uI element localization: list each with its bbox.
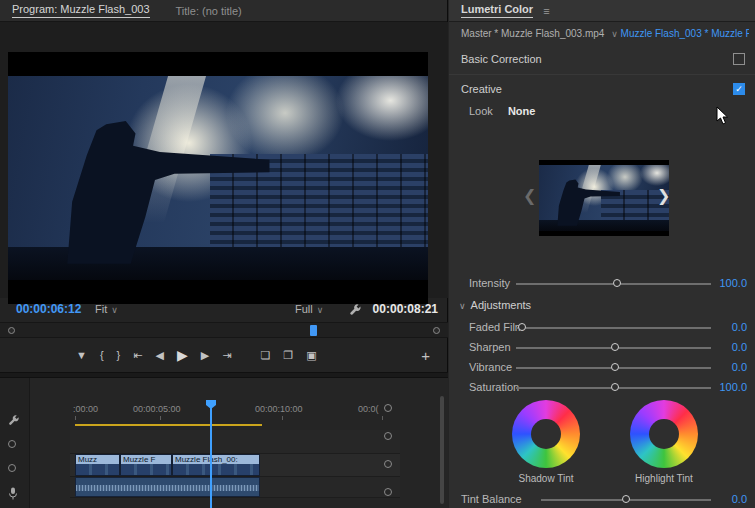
go-to-out-button[interactable]: ⇥ (222, 350, 231, 361)
program-monitor-panel: Program: Muzzle Flash_003 Title: (no tit… (0, 0, 448, 508)
adjustments-section-header[interactable]: ∨Adjustments (459, 299, 531, 311)
basic-correction-label: Basic Correction (461, 53, 542, 65)
extract-button[interactable]: ❐ (283, 350, 293, 361)
step-back-button[interactable]: ◀ (155, 350, 163, 361)
monitor-settings-wrench-icon[interactable] (349, 302, 363, 316)
next-look-arrow-icon[interactable]: ❯ (657, 186, 670, 205)
ruler-tick (282, 416, 283, 420)
tint-balance-slider[interactable] (541, 499, 711, 501)
track-output-toggle[interactable] (8, 440, 16, 448)
zoom-handle-left[interactable] (8, 327, 15, 334)
resolution-dropdown[interactable]: Full∨ (295, 303, 323, 315)
vibrance-value[interactable]: 0.0 (705, 361, 747, 373)
clip-link[interactable]: Muzzle Flash_003 (621, 28, 702, 39)
step-forward-button[interactable]: ▶ (201, 350, 209, 361)
chevron-down-icon[interactable]: ∨ (611, 29, 618, 39)
shadow-tint-label: Shadow Tint (486, 473, 606, 484)
clip-thumbnails (173, 464, 259, 475)
intensity-slider[interactable] (516, 283, 711, 285)
add-marker-button[interactable]: ▼ (76, 350, 87, 361)
mark-in-button[interactable]: { (100, 350, 104, 361)
timeline-vertical-scrollbar[interactable] (440, 396, 444, 504)
creative-checkbox[interactable]: ✓ (733, 83, 745, 95)
panel-menu-icon[interactable]: ≡ (543, 5, 549, 17)
program-video-frame[interactable] (8, 52, 428, 304)
highlight-tint-wheel[interactable] (630, 400, 698, 468)
ruler-tick (75, 416, 76, 420)
saturation-slider[interactable] (516, 387, 711, 389)
timeline-clip[interactable]: Muzzle Flash_00: (172, 454, 260, 476)
timeline-settings-wrench-icon[interactable] (8, 412, 20, 430)
monitor-background (0, 22, 448, 298)
shadow-tint-wheel[interactable] (512, 400, 580, 468)
track-knob[interactable] (384, 404, 392, 412)
sharpen-slider[interactable] (516, 347, 711, 349)
track-lock-toggle[interactable] (8, 464, 16, 472)
timeline-panel: :00:00 00:00:05:00 00:00:10:00 00:0( Muz… (0, 378, 448, 508)
lumetri-color-panel: Lumetri Color ≡ Master * Muzzle Flash_00… (449, 0, 755, 508)
master-clip-label[interactable]: Master * Muzzle Flash_003.mp4 (461, 28, 604, 39)
work-area-bar[interactable] (75, 424, 262, 426)
monitor-scrub-bar[interactable] (0, 322, 448, 338)
creative-section[interactable]: Creative ✓ (449, 80, 755, 100)
premiere-app: Program: Muzzle Flash_003 Title: (no tit… (0, 0, 755, 508)
section-separator (449, 74, 755, 75)
tint-balance-value[interactable]: 0.0 (705, 493, 747, 505)
vibrance-slider-knob[interactable] (611, 363, 619, 371)
lift-button[interactable]: ❏ (260, 350, 270, 361)
ruler-tick (382, 416, 383, 420)
intensity-slider-knob[interactable] (613, 279, 621, 287)
vibrance-slider[interactable] (516, 367, 711, 369)
basic-correction-section[interactable]: Basic Correction (449, 50, 755, 70)
audio-track-1[interactable] (70, 477, 400, 498)
video-scene (8, 76, 428, 280)
lumetri-breadcrumb: Master * Muzzle Flash_003.mp4 ∨ Muzzle F… (461, 28, 749, 39)
play-button[interactable]: ▶ (177, 348, 188, 362)
fit-dropdown[interactable]: Fit∨ (95, 303, 118, 315)
lumetri-panel-title[interactable]: Lumetri Color (461, 3, 533, 18)
video-track-1[interactable]: Muzz Muzzle F Muzzle Flash_00: (70, 454, 400, 477)
go-to-in-button[interactable]: ⇤ (133, 350, 142, 361)
saturation-value[interactable]: 100.0 (705, 381, 747, 393)
basic-correction-checkbox[interactable] (733, 53, 745, 65)
sharpen-slider-knob[interactable] (611, 343, 619, 351)
previous-look-arrow-icon[interactable]: ❮ (523, 186, 536, 205)
audio-clip-waveform[interactable] (75, 477, 260, 497)
tint-balance-label: Tint Balance (461, 493, 522, 505)
video-track-2[interactable] (70, 430, 400, 454)
ruler-label: 00:00:10:00 (255, 404, 303, 414)
timeline-clip[interactable]: Muzzle F (120, 454, 172, 476)
intensity-value[interactable]: 100.0 (705, 277, 747, 289)
saturation-slider-knob[interactable] (611, 383, 619, 391)
tab-program[interactable]: Program: Muzzle Flash_003 (12, 3, 150, 18)
zoom-handle-right[interactable] (433, 327, 440, 334)
saturation-label: Saturation (469, 381, 519, 393)
faded-film-slider-knob[interactable] (518, 323, 526, 331)
button-editor-plus-button[interactable]: + (421, 348, 430, 363)
playhead-timecode[interactable]: 00:00:06:12 (16, 302, 81, 316)
faded-film-value[interactable]: 0.0 (705, 321, 747, 333)
timeline-playhead-line[interactable] (210, 400, 212, 508)
faded-film-slider[interactable] (516, 327, 711, 329)
tint-balance-slider-knob[interactable] (622, 495, 630, 503)
clip-link-2[interactable]: * Muzzle Flash_00... (705, 28, 750, 39)
track-knob[interactable] (384, 432, 392, 440)
export-frame-button[interactable]: ▣ (306, 350, 316, 361)
look-dropdown[interactable]: None (508, 105, 536, 117)
ruler-label: 00:0( (358, 404, 379, 414)
sharpen-label: Sharpen (469, 341, 511, 353)
clip-label: Muzzle Flash_00: (173, 455, 259, 464)
look-preview-thumbnail[interactable] (539, 160, 669, 236)
track-knob[interactable] (384, 488, 392, 496)
timeline-clip[interactable]: Muzz (75, 454, 120, 476)
track-knob[interactable] (384, 460, 392, 468)
voiceover-mic-icon[interactable] (8, 486, 18, 504)
clip-thumbnails (121, 464, 171, 475)
look-label: Look (469, 105, 493, 117)
program-tabbar: Program: Muzzle Flash_003 Title: (no tit… (0, 0, 447, 22)
monitor-playhead-marker[interactable] (310, 325, 317, 336)
mark-out-button[interactable]: } (117, 350, 121, 361)
sharpen-value[interactable]: 0.0 (705, 341, 747, 353)
tab-title[interactable]: Title: (no title) (176, 5, 242, 17)
creative-label: Creative (461, 83, 502, 95)
